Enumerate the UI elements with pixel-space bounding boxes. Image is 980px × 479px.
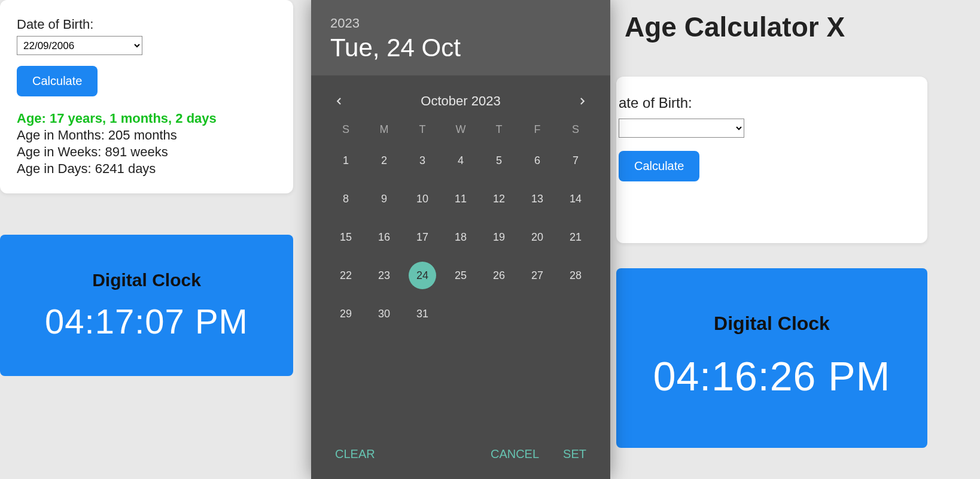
clock-title: Digital Clock: [92, 270, 201, 290]
dob-select[interactable]: [619, 119, 744, 138]
calendar-day[interactable]: 16: [370, 223, 398, 251]
dow-header: W: [442, 123, 480, 136]
calendar-day[interactable]: 20: [524, 223, 551, 251]
age-card-left: Date of Birth: 22/09/2006 Calculate Age:…: [0, 0, 293, 193]
dob-select[interactable]: 22/09/2006: [17, 36, 142, 55]
age-days: Age in Days: 6241 days: [17, 161, 276, 177]
calculate-button[interactable]: Calculate: [17, 66, 98, 96]
digital-clock-left: Digital Clock 04:17:07 PM: [0, 235, 293, 376]
calendar-day[interactable]: 5: [485, 147, 513, 174]
calendar-day[interactable]: 25: [447, 262, 474, 289]
next-month-button[interactable]: [574, 93, 590, 109]
calendar-day[interactable]: 22: [332, 262, 360, 289]
calendar-day[interactable]: 21: [562, 223, 589, 251]
clear-button[interactable]: CLEAR: [335, 447, 375, 461]
digital-clock-right: Digital Clock 04:16:26 PM: [616, 268, 927, 448]
age-card-right: ate of Birth: Calculate: [616, 77, 927, 243]
date-picker: 2023 Tue, 24 Oct October 2023 SMTWTFS123…: [311, 0, 610, 479]
calendar-day[interactable]: 12: [485, 185, 513, 213]
picker-selected-date: Tue, 24 Oct: [330, 34, 591, 62]
calendar-grid: SMTWTFS123456789101112131415161718192021…: [311, 113, 610, 334]
dow-header: T: [480, 123, 518, 136]
calculate-button[interactable]: Calculate: [619, 151, 699, 181]
calendar-day[interactable]: 31: [409, 300, 436, 328]
calendar-day[interactable]: 4: [447, 147, 474, 174]
calendar-day[interactable]: 29: [332, 300, 360, 328]
dob-label: Date of Birth:: [17, 17, 276, 32]
cancel-button[interactable]: CANCEL: [491, 447, 539, 461]
calendar-day[interactable]: 14: [562, 185, 589, 213]
age-months: Age in Months: 205 months: [17, 128, 276, 143]
clock-time: 04:16:26 PM: [653, 353, 891, 399]
dow-header: M: [365, 123, 403, 136]
calendar-day[interactable]: 13: [524, 185, 551, 213]
calendar-day[interactable]: 27: [524, 262, 551, 289]
dob-label: ate of Birth:: [619, 95, 921, 111]
dow-header: S: [556, 123, 595, 136]
calendar-day[interactable]: 26: [485, 262, 513, 289]
set-button[interactable]: SET: [563, 447, 586, 461]
calendar-day[interactable]: 28: [562, 262, 589, 289]
clock-time: 04:17:07 PM: [45, 301, 248, 341]
calendar-day[interactable]: 7: [562, 147, 589, 174]
calendar-day[interactable]: 15: [332, 223, 360, 251]
age-weeks: Age in Weeks: 891 weeks: [17, 144, 276, 160]
calendar-day[interactable]: 1: [332, 147, 360, 174]
calendar-day[interactable]: 30: [370, 300, 398, 328]
dow-header: T: [403, 123, 442, 136]
calendar-day[interactable]: 3: [409, 147, 436, 174]
calendar-day[interactable]: 18: [447, 223, 474, 251]
month-label: October 2023: [421, 93, 500, 109]
picker-year[interactable]: 2023: [330, 16, 591, 31]
date-picker-header: 2023 Tue, 24 Oct: [311, 0, 610, 75]
dow-header: F: [518, 123, 556, 136]
clock-title: Digital Clock: [714, 313, 830, 335]
calendar-day[interactable]: 17: [409, 223, 436, 251]
chevron-right-icon: [578, 97, 586, 105]
calendar-day[interactable]: 10: [409, 185, 436, 213]
age-result: Age: 17 years, 1 months, 2 days: [17, 111, 276, 126]
calendar-day[interactable]: 2: [370, 147, 398, 174]
calendar-day[interactable]: 24: [409, 262, 436, 289]
chevron-left-icon: [335, 97, 343, 105]
dow-header: S: [327, 123, 365, 136]
calendar-day[interactable]: 9: [370, 185, 398, 213]
calendar-day[interactable]: 23: [370, 262, 398, 289]
calendar-day[interactable]: 6: [524, 147, 551, 174]
calendar-day[interactable]: 19: [485, 223, 513, 251]
prev-month-button[interactable]: [331, 93, 347, 109]
app-title: Age Calculator X: [625, 11, 845, 43]
calendar-day[interactable]: 11: [447, 185, 474, 213]
calendar-day[interactable]: 8: [332, 185, 360, 213]
